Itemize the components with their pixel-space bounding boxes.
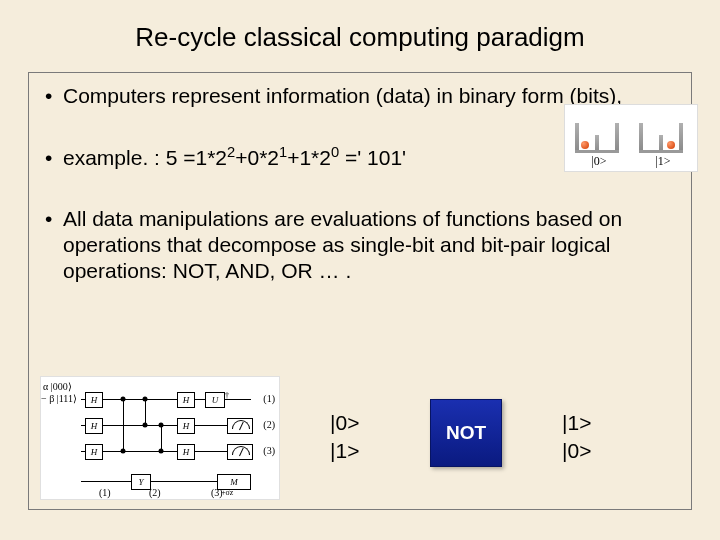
- bits-figure: |0> |1>: [564, 104, 698, 172]
- ket-out-1: |1>: [562, 409, 591, 437]
- bullet-2-pre: example. : 5 =: [63, 146, 196, 169]
- h-gate-icon: H: [85, 392, 103, 408]
- u-gate-icon: U: [205, 392, 225, 408]
- h-gate-icon: H: [85, 444, 103, 460]
- bullet-2-e1: 2: [227, 144, 235, 160]
- circuit-state-a: α |000⟩: [43, 381, 72, 392]
- y-gate-icon: Y: [131, 474, 151, 490]
- trap-label-0: |0>: [569, 154, 629, 169]
- slide-title: Re-cycle classical computing paradigm: [0, 0, 720, 67]
- trap-label-1: |1>: [633, 154, 693, 169]
- circuit-diagram: α |000⟩ − β |111⟩ (1) (2) (3) H H H H H …: [40, 376, 280, 500]
- circuit-step-1: (1): [99, 487, 111, 498]
- not-input: |0> |1>: [330, 409, 359, 465]
- circuit-row-3: (3): [263, 445, 275, 456]
- ket-in-1: |1>: [330, 437, 359, 465]
- ket-in-0: |0>: [330, 409, 359, 437]
- h-gate-icon: H: [85, 418, 103, 434]
- meter-icon: [227, 444, 253, 460]
- circuit-row-2: (2): [263, 419, 275, 430]
- bullet-2-e3: 0: [331, 144, 339, 160]
- bullet-2-t2: +0*2: [235, 146, 279, 169]
- ball-icon: [667, 141, 675, 149]
- bullet-3: All data manipulations are evaluations o…: [63, 206, 673, 285]
- circuit-step-3: (3): [211, 487, 223, 498]
- bullet-2-tail: =' 101': [339, 146, 406, 169]
- bullet-2-t1: 1*2: [196, 146, 228, 169]
- trap-right: [633, 111, 693, 153]
- not-gate-box: NOT: [430, 399, 502, 467]
- circuit-state-b: − β |111⟩: [41, 393, 77, 404]
- trap-left: [569, 111, 629, 153]
- h-gate-icon: H: [177, 444, 195, 460]
- bullet-2-t3: +1*2: [287, 146, 331, 169]
- bullet-2-e2: 1: [279, 144, 287, 160]
- circuit-step-2: (2): [149, 487, 161, 498]
- not-gate-row: |0> |1> NOT |1> |0>: [330, 405, 670, 485]
- h-gate-icon: H: [177, 418, 195, 434]
- circuit-row-1: (1): [263, 393, 275, 404]
- ket-out-0: |0>: [562, 437, 591, 465]
- h-gate-icon: H: [177, 392, 195, 408]
- ball-icon: [581, 141, 589, 149]
- not-output: |1> |0>: [562, 409, 591, 465]
- bullet-1-part-a: Computers represent information (data) i…: [63, 84, 577, 107]
- meter-icon: [227, 418, 253, 434]
